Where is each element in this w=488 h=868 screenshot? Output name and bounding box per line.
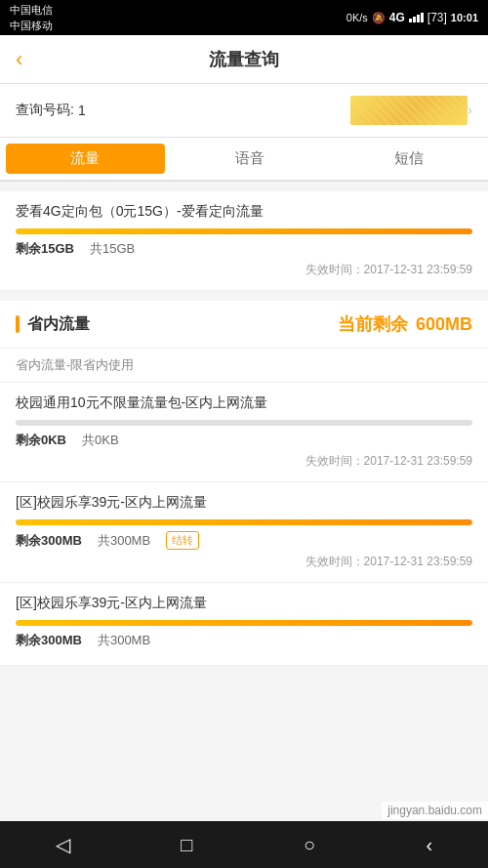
package-name-1: 爱看4G定向包（0元15G）-爱看定向流量 [16,203,472,221]
sub-section-title: 省内流量-限省内使用 [0,349,488,383]
carrier-info: 中国电信 中国移动 [10,3,53,33]
baidu-watermark: jingyan.baidu.com [382,802,488,819]
province-package-name-1: 校园通用10元不限量流量包-区内上网流量 [16,394,472,412]
province-package-1: 校园通用10元不限量流量包-区内上网流量 剩余0KB 共0KB 失效时间：201… [0,383,488,482]
status-right: 0K/s 🔕 4G [73] 10:01 [346,11,478,24]
signal-bars [409,13,424,22]
tab-sms[interactable]: 短信 [329,138,488,180]
query-label: 查询号码: [16,102,74,119]
progress-bar-fill-1 [16,228,472,234]
province-remaining-3: 剩余300MB [16,632,82,649]
tab-voice[interactable]: 语音 [171,138,330,180]
province-title-wrap: 省内流量 [16,314,90,335]
province-bar-icon [16,315,20,333]
province-total-1: 共0KB [82,432,119,449]
province-title: 省内流量 [27,314,90,335]
carrier1-label: 中国电信 [10,3,53,18]
province-package-name-2: [区]校园乐享39元-区内上网流量 [16,494,472,512]
remaining-1: 剩余15GB [16,240,74,258]
query-row[interactable]: 查询号码: 1 › [0,84,488,138]
province-total-2: 共300MB [98,532,150,550]
province-package-name-3: [区]校园乐享39元-区内上网流量 [16,595,472,612]
query-image [350,96,468,125]
network-speed: 0K/s [346,12,368,23]
query-arrow: › [468,102,472,119]
province-expiry-2: 失效时间：2017-12-31 23:59:59 [16,554,472,570]
province-expiry-1: 失效时间：2017-12-31 23:59:59 [16,453,472,470]
province-progress-wrap-1 [16,420,472,426]
bottom-nav: ◁ □ ○ ‹ [0,821,488,868]
province-progress-wrap-3 [16,620,472,626]
total-1: 共15GB [90,240,135,258]
package-stats-1: 剩余15GB 共15GB [16,240,472,258]
province-package-2: [区]校园乐享39元-区内上网流量 剩余300MB 共300MB 结转 失效时间… [0,482,488,583]
expiry-1: 失效时间：2017-12-31 23:59:59 [16,262,472,278]
province-progress-fill-3 [16,620,472,626]
battery-icon: [73] [427,11,447,24]
province-stats-3: 剩余300MB 共300MB [16,632,472,649]
province-progress-fill-2 [16,519,472,525]
province-total-3: 共300MB [98,632,150,649]
back-button[interactable]: ‹ [16,47,22,72]
tab-bar: 流量 语音 短信 [0,138,488,182]
time-label: 10:01 [451,12,478,23]
status-bar: 中国电信 中国移动 0K/s 🔕 4G [73] 10:01 [0,0,488,35]
national-package-1: 爱看4G定向包（0元15G）-爱看定向流量 剩余15GB 共15GB 失效时间：… [0,191,488,291]
transfer-tag: 结转 [166,531,199,550]
province-remaining-2: 剩余300MB [16,532,82,550]
page-header: ‹ 流量查询 [0,35,488,84]
page-title: 流量查询 [209,48,279,71]
national-section: 爱看4G定向包（0元15G）-爱看定向流量 剩余15GB 共15GB 失效时间：… [0,191,488,291]
query-value: 1 [78,103,350,118]
carrier2-label: 中国移动 [10,19,53,33]
nav-circle-button[interactable]: ○ [288,826,331,864]
province-stats-1: 剩余0KB 共0KB [16,432,472,449]
mute-icon: 🔕 [372,12,386,24]
progress-bar-wrap-1 [16,228,472,234]
network-type: 4G [389,11,405,24]
province-remaining: 当前剩余 600MB [338,312,472,336]
province-remaining-1: 剩余0KB [16,432,66,449]
nav-home-button[interactable]: □ [165,826,208,864]
province-package-3: [区]校园乐享39元-区内上网流量 剩余300MB 共300MB [0,583,488,666]
province-stats-2: 剩余300MB 共300MB 结转 [16,531,472,550]
nav-back-button[interactable]: ◁ [40,825,86,864]
province-progress-wrap-2 [16,519,472,525]
tab-flow[interactable]: 流量 [6,144,165,174]
province-section: 省内流量 当前剩余 600MB 省内流量-限省内使用 校园通用10元不限量流量包… [0,301,488,666]
nav-prev-button[interactable]: ‹ [411,826,449,864]
province-header: 省内流量 当前剩余 600MB [0,301,488,349]
